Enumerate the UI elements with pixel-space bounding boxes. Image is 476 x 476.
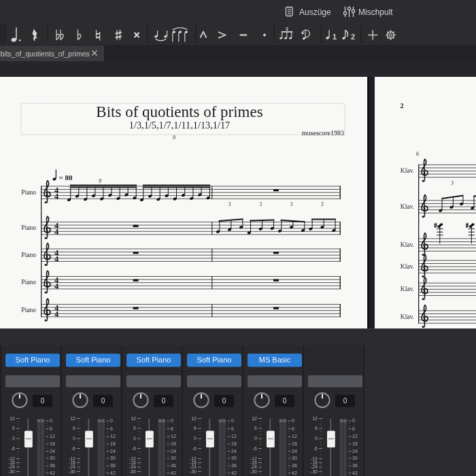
svg-text:4: 4 [54, 282, 59, 291]
svg-text:Mischpult: Mischpult [358, 7, 393, 17]
svg-text:36: 36 [171, 463, 176, 468]
svg-text:3: 3 [258, 201, 262, 207]
svg-text:0: 0 [352, 418, 355, 423]
svg-text:4: 4 [54, 227, 59, 237]
svg-text:0: 0 [231, 418, 234, 423]
svg-text:0: 0 [73, 436, 75, 441]
svg-text:MS Basic: MS Basic [259, 356, 291, 364]
svg-text:0: 0 [41, 397, 45, 405]
svg-text:2: 2 [351, 33, 355, 41]
svg-text:Soft Piano: Soft Piano [76, 356, 111, 364]
svg-text:Soft Piano: Soft Piano [16, 356, 50, 364]
svg-text:6: 6 [12, 426, 15, 430]
svg-text:42: 42 [50, 471, 55, 475]
svg-text:0: 0 [283, 397, 287, 405]
svg-text:3: 3 [290, 201, 293, 207]
svg-text:-6: -6 [132, 446, 136, 451]
svg-text:6: 6 [50, 426, 52, 431]
svg-text:bits_of_quotients_of_primes: bits_of_quotients_of_primes [1, 50, 90, 58]
svg-text:Piano: Piano [21, 224, 36, 231]
svg-text:12: 12 [252, 416, 257, 421]
svg-text:30: 30 [292, 456, 297, 460]
svg-text:= 80: = 80 [59, 173, 73, 182]
svg-text:0: 0 [315, 436, 318, 441]
svg-text:12: 12 [231, 434, 237, 439]
svg-text:30: 30 [50, 456, 55, 460]
svg-text:36: 36 [50, 463, 55, 468]
svg-text:-30: -30 [311, 469, 318, 474]
svg-text:24: 24 [171, 449, 176, 454]
svg-text:12: 12 [352, 434, 358, 439]
svg-text:3: 3 [320, 201, 324, 207]
svg-text:36: 36 [110, 463, 116, 468]
svg-text:4: 4 [54, 309, 59, 319]
svg-text:Auszüge: Auszüge [299, 7, 331, 17]
svg-text:0: 0 [194, 436, 197, 441]
svg-text:Klav.: Klav. [401, 241, 414, 248]
svg-text:0: 0 [222, 397, 226, 405]
svg-text:24: 24 [110, 449, 116, 454]
svg-text:9: 9 [99, 178, 101, 184]
svg-text:musescore1983: musescore1983 [302, 129, 344, 137]
svg-text:-6: -6 [253, 446, 257, 451]
svg-text:12: 12 [110, 434, 116, 439]
svg-text:9: 9 [173, 135, 175, 141]
svg-text:12: 12 [131, 416, 136, 421]
svg-text:-30: -30 [250, 469, 257, 474]
svg-text:6: 6 [315, 426, 318, 430]
svg-text:24: 24 [352, 449, 358, 454]
svg-text:18: 18 [292, 441, 297, 446]
svg-text:0: 0 [110, 418, 113, 423]
svg-text:2: 2 [401, 102, 404, 109]
svg-text:Piano: Piano [21, 307, 36, 313]
svg-text:24: 24 [50, 449, 55, 454]
svg-text:0: 0 [171, 418, 173, 423]
svg-text:-6: -6 [11, 446, 15, 451]
svg-text:6: 6 [254, 426, 257, 430]
svg-text:30: 30 [352, 456, 358, 460]
svg-text:6: 6 [110, 426, 113, 431]
svg-text:4: 4 [54, 192, 59, 201]
svg-text:0: 0 [254, 436, 257, 441]
svg-text:18: 18 [171, 441, 176, 446]
svg-text:Klav.: Klav. [401, 313, 414, 320]
svg-text:Soft Piano: Soft Piano [137, 356, 171, 364]
svg-text:1/3,1/5,1/7,1/11,1/13,1/17: 1/3,1/5,1/7,1/11,1/13,1/17 [129, 120, 230, 131]
svg-text:12: 12 [10, 416, 15, 421]
svg-text:0: 0 [292, 418, 294, 423]
svg-text:42: 42 [352, 471, 358, 475]
svg-text:-6: -6 [192, 446, 197, 451]
svg-text:6: 6 [133, 426, 136, 430]
svg-text:6: 6 [171, 426, 173, 431]
svg-text:Klav.: Klav. [401, 263, 414, 270]
svg-text:6: 6 [292, 426, 294, 431]
svg-text:0: 0 [101, 397, 105, 405]
svg-text:6: 6 [73, 426, 75, 430]
svg-text:42: 42 [292, 471, 297, 475]
svg-text:30: 30 [171, 456, 176, 460]
svg-text:12: 12 [312, 416, 318, 421]
svg-text:18: 18 [231, 441, 237, 446]
svg-text:36: 36 [231, 463, 237, 468]
svg-text:0: 0 [50, 418, 52, 423]
svg-text:6: 6 [352, 426, 355, 431]
svg-text:Bits of quotients of primes: Bits of quotients of primes [96, 103, 262, 120]
svg-text:6: 6 [194, 426, 197, 430]
svg-text:12: 12 [191, 416, 197, 421]
svg-text:Piano: Piano [21, 189, 36, 196]
svg-text:0: 0 [133, 436, 136, 441]
svg-text:36: 36 [352, 463, 358, 468]
svg-text:30: 30 [231, 456, 237, 460]
svg-text:-30: -30 [129, 469, 136, 474]
svg-text:42: 42 [110, 471, 116, 475]
svg-text:12: 12 [171, 434, 176, 439]
svg-text:30: 30 [110, 456, 116, 460]
svg-text:0: 0 [162, 397, 166, 405]
svg-text:18: 18 [50, 441, 55, 446]
svg-text:36: 36 [292, 463, 297, 468]
svg-text:-30: -30 [69, 469, 75, 474]
svg-text:4: 4 [54, 254, 59, 264]
svg-text:24: 24 [231, 449, 237, 454]
svg-text:0: 0 [343, 397, 347, 405]
svg-text:Klav.: Klav. [401, 286, 414, 292]
